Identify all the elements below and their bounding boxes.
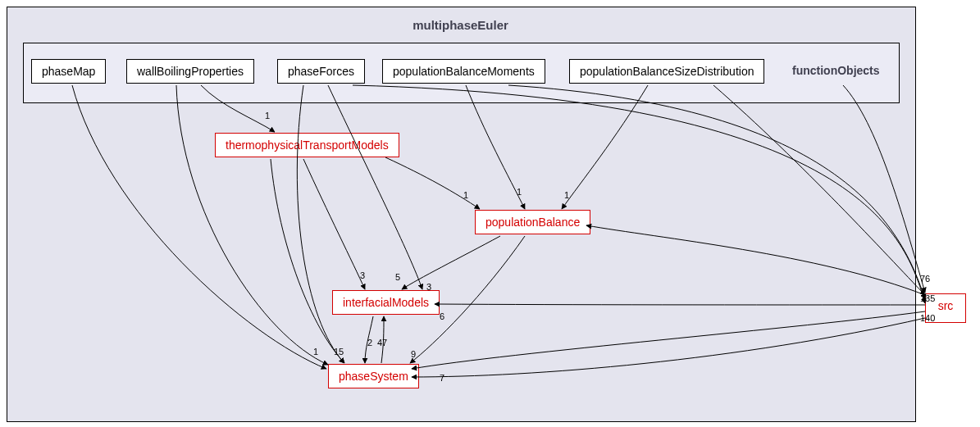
weight-label: 6 [440, 311, 444, 321]
node-interfacial-models[interactable]: interfacialModels [332, 290, 440, 315]
node-population-balance-moments[interactable]: populationBalanceMoments [382, 59, 545, 84]
weight-label: 7 [440, 373, 444, 383]
weight-label: 9 [411, 349, 416, 359]
weight-label: 1 [313, 347, 318, 357]
node-phase-map[interactable]: phaseMap [31, 59, 106, 84]
weight-label: 3 [360, 270, 365, 280]
weight-label: 5 [395, 272, 400, 282]
node-thermophysical-transport-models[interactable]: thermophysicalTransportModels [215, 133, 399, 157]
weight-label: 1 [564, 190, 569, 200]
dependency-diagram: multiphaseEuler phaseMap wallBoilingProp… [0, 0, 980, 427]
node-phase-system[interactable]: phaseSystem [328, 364, 419, 388]
weight-label: 47 [377, 338, 387, 348]
section-label-function-objects[interactable]: functionObjects [792, 64, 880, 77]
weight-label: 1 [517, 187, 522, 197]
weight-label: 135 [920, 293, 935, 303]
weight-label: 3 [426, 282, 431, 292]
weight-label: 15 [334, 347, 344, 357]
weight-label: 76 [920, 274, 930, 284]
node-wall-boiling-properties[interactable]: wallBoilingProperties [126, 59, 254, 84]
node-phase-forces[interactable]: phaseForces [277, 59, 365, 84]
diagram-title[interactable]: multiphaseEuler [0, 18, 921, 32]
node-population-balance[interactable]: populationBalance [475, 210, 590, 234]
weight-label: 1 [463, 190, 468, 200]
weight-label: 140 [920, 313, 935, 323]
node-population-balance-size-distribution[interactable]: populationBalanceSizeDistribution [569, 59, 764, 84]
weight-label: 1 [265, 111, 270, 120]
weight-label: 2 [367, 338, 372, 348]
